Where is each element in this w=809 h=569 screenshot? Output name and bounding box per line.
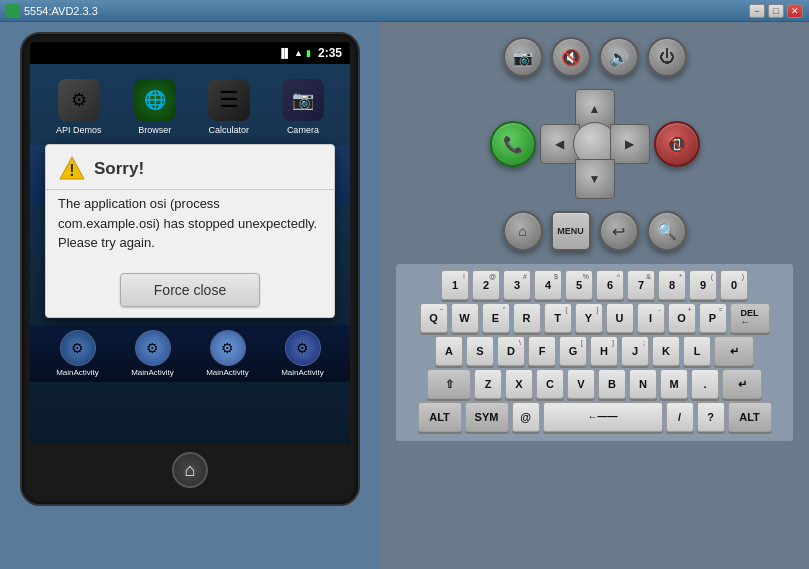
- nav-top-row: 📷 🔇 🔊 ⏻: [395, 37, 794, 77]
- key-m[interactable]: M: [660, 369, 688, 399]
- taskbar-item-3[interactable]: ⚙ MainActivity: [281, 330, 324, 377]
- search-button[interactable]: 🔍: [647, 211, 687, 251]
- svg-text:!: !: [69, 162, 74, 179]
- close-button[interactable]: ✕: [787, 4, 803, 18]
- key-b[interactable]: B: [598, 369, 626, 399]
- volume-up-button[interactable]: 🔊: [599, 37, 639, 77]
- android-phone: ▐▌ ▲ ▮ 2:35 ⚙ API Demos: [20, 32, 360, 506]
- key-alt-right[interactable]: ALT: [728, 402, 772, 432]
- key-5[interactable]: %5: [565, 270, 593, 300]
- camera-button[interactable]: 📷: [503, 37, 543, 77]
- browser-label: Browser: [138, 125, 171, 135]
- key-h[interactable]: ]H: [590, 336, 618, 366]
- taskbar-label-1: MainActivity: [131, 368, 174, 377]
- key-s[interactable]: S: [466, 336, 494, 366]
- key-v[interactable]: V: [567, 369, 595, 399]
- key-x[interactable]: X: [505, 369, 533, 399]
- dpad-down[interactable]: ▼: [575, 159, 615, 199]
- key-1[interactable]: !1: [441, 270, 469, 300]
- app-icon-api[interactable]: ⚙ API Demos: [56, 79, 102, 135]
- dialog-footer: Force close: [46, 265, 334, 317]
- key-0[interactable]: )0: [720, 270, 748, 300]
- key-u[interactable]: U: [606, 303, 634, 333]
- keyboard-row-numbers: !1 @2 #3 $4 %5 ^6 &7 *8 (9 )0: [402, 270, 787, 300]
- key-y[interactable]: }Y: [575, 303, 603, 333]
- key-question[interactable]: ?: [697, 402, 725, 432]
- taskbar-item-0[interactable]: ⚙ MainActivity: [56, 330, 99, 377]
- dpad: ▲ ◀ ▶ ▼: [540, 89, 650, 199]
- key-d[interactable]: \D: [497, 336, 525, 366]
- key-c[interactable]: C: [536, 369, 564, 399]
- key-2[interactable]: @2: [472, 270, 500, 300]
- android-icon: [6, 4, 20, 18]
- app-icon-browser[interactable]: 🌐 Browser: [134, 79, 176, 135]
- key-e[interactable]: "E: [482, 303, 510, 333]
- key-enter[interactable]: ↵: [714, 336, 754, 366]
- key-space[interactable]: ←——: [543, 402, 663, 432]
- home-screen: ⚙ API Demos 🌐 Browser ☰ Calculator 📷: [30, 64, 350, 444]
- key-t[interactable]: {T: [544, 303, 572, 333]
- key-a[interactable]: A: [435, 336, 463, 366]
- power-button[interactable]: ⏻: [647, 37, 687, 77]
- minimize-button[interactable]: −: [749, 4, 765, 18]
- call-button[interactable]: 📞: [490, 121, 536, 167]
- window-controls: − □ ✕: [749, 4, 803, 18]
- force-close-button[interactable]: Force close: [120, 273, 260, 307]
- app-icon-calculator[interactable]: ☰ Calculator: [208, 79, 250, 135]
- key-period[interactable]: .: [691, 369, 719, 399]
- maximize-button[interactable]: □: [768, 4, 784, 18]
- nav-bottom-row: ⌂ MENU ↩ 🔍: [395, 211, 794, 251]
- end-call-button[interactable]: 📵: [654, 121, 700, 167]
- back-button[interactable]: ↩: [599, 211, 639, 251]
- warning-icon: !: [58, 155, 86, 183]
- taskbar-icon-1: ⚙: [135, 330, 171, 366]
- key-z[interactable]: Z: [474, 369, 502, 399]
- key-f[interactable]: F: [528, 336, 556, 366]
- app-icon-camera[interactable]: 📷 Camera: [282, 79, 324, 135]
- key-l[interactable]: L: [683, 336, 711, 366]
- key-i[interactable]: -I: [637, 303, 665, 333]
- keyboard-row-q: ~Q W "E R {T }Y U -I +O =P DEL←: [402, 303, 787, 333]
- key-6[interactable]: ^6: [596, 270, 624, 300]
- key-9[interactable]: (9: [689, 270, 717, 300]
- key-w[interactable]: W: [451, 303, 479, 333]
- taskbar: ⚙ MainActivity ⚙ MainActivity ⚙ MainActi…: [30, 325, 350, 382]
- taskbar-item-1[interactable]: ⚙ MainActivity: [131, 330, 174, 377]
- key-8[interactable]: *8: [658, 270, 686, 300]
- key-k[interactable]: K: [652, 336, 680, 366]
- volume-down-button[interactable]: 🔇: [551, 37, 591, 77]
- taskbar-icon-2: ⚙: [210, 330, 246, 366]
- key-4[interactable]: $4: [534, 270, 562, 300]
- key-q[interactable]: ~Q: [420, 303, 448, 333]
- taskbar-item-2[interactable]: ⚙ MainActivity: [206, 330, 249, 377]
- status-time: 2:35: [318, 46, 342, 60]
- keyboard-row-a: A S \D F [G ]H ;J K L ↵: [402, 336, 787, 366]
- calculator-label: Calculator: [209, 125, 250, 135]
- key-n[interactable]: N: [629, 369, 657, 399]
- key-sym[interactable]: SYM: [465, 402, 509, 432]
- key-7[interactable]: &7: [627, 270, 655, 300]
- menu-button[interactable]: MENU: [551, 211, 591, 251]
- nav-home-button[interactable]: ⌂: [503, 211, 543, 251]
- key-at[interactable]: @: [512, 402, 540, 432]
- api-demos-label: API Demos: [56, 125, 102, 135]
- key-del[interactable]: DEL←: [730, 303, 770, 333]
- battery-icon: ▮: [306, 48, 311, 58]
- key-o[interactable]: +O: [668, 303, 696, 333]
- key-enter-2[interactable]: ↵: [722, 369, 762, 399]
- key-shift[interactable]: ⇧: [427, 369, 471, 399]
- home-button[interactable]: ⌂: [172, 452, 208, 488]
- key-alt-left[interactable]: ALT: [418, 402, 462, 432]
- key-r[interactable]: R: [513, 303, 541, 333]
- key-p[interactable]: =P: [699, 303, 727, 333]
- main-area: ▐▌ ▲ ▮ 2:35 ⚙ API Demos: [0, 22, 809, 569]
- key-3[interactable]: #3: [503, 270, 531, 300]
- dpad-container: 📞 ▲ ◀ ▶ ▼ 📵: [395, 89, 794, 199]
- dpad-right[interactable]: ▶: [610, 124, 650, 164]
- key-slash[interactable]: /: [666, 402, 694, 432]
- browser-icon: 🌐: [134, 79, 176, 121]
- key-j[interactable]: ;J: [621, 336, 649, 366]
- key-g[interactable]: [G: [559, 336, 587, 366]
- taskbar-icon-0: ⚙: [60, 330, 96, 366]
- controls-panel: 📷 🔇 🔊 ⏻ 📞 ▲ ◀ ▶ ▼ 📵 ⌂ MENU ↩ 🔍: [380, 22, 809, 569]
